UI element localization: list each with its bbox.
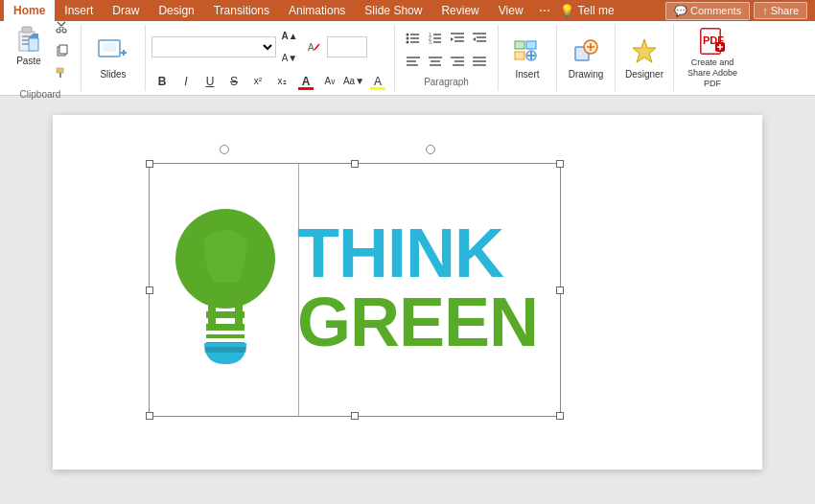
underline-button[interactable]: U — [199, 72, 221, 91]
decrease-indent-button[interactable] — [447, 28, 468, 49]
ribbon-right-actions: 💬 Comments ↑ Share — [665, 2, 815, 20]
insert-group: Insert — [499, 25, 557, 91]
decrease-font-button[interactable]: A▼ — [279, 48, 300, 69]
handle-top-center[interactable] — [351, 160, 359, 168]
comments-icon: 💬 — [674, 5, 687, 17]
svg-rect-7 — [59, 45, 67, 54]
svg-text:3.: 3. — [429, 39, 432, 45]
align-left-button[interactable] — [403, 51, 424, 72]
align-center-button[interactable] — [425, 51, 446, 72]
svg-rect-69 — [204, 331, 246, 334]
align-buttons-row — [403, 51, 490, 72]
create-share-group: PDF Create and Share Adobe PDF — [674, 25, 751, 91]
superscript-button[interactable]: x² — [247, 72, 268, 91]
svg-rect-48 — [515, 41, 524, 49]
char-spacing-button[interactable]: Av — [319, 72, 340, 91]
create-share-label: Create and Share Adobe PDF — [682, 57, 743, 88]
designer-button[interactable]: Designer — [623, 31, 665, 86]
tell-me-label[interactable]: Tell me — [578, 4, 615, 17]
font-name-select[interactable] — [151, 36, 276, 57]
logo-group: THINK GREEN — [163, 177, 538, 398]
handle-top-left[interactable] — [146, 160, 153, 168]
justify-button[interactable] — [469, 51, 490, 72]
insert-label: Insert — [515, 69, 539, 80]
change-case-button[interactable]: Aa▼ — [343, 72, 364, 91]
tab-review[interactable]: Review — [431, 0, 488, 21]
more-tabs-icon[interactable]: ⋯ — [539, 4, 550, 17]
cut-button[interactable] — [52, 17, 73, 38]
svg-text:A: A — [308, 42, 314, 53]
tab-transitions[interactable]: Transitions — [204, 0, 279, 21]
canvas-area: THINK GREEN — [0, 96, 815, 504]
strikethrough-button[interactable]: S — [223, 72, 244, 91]
svg-rect-50 — [515, 52, 524, 59]
list-buttons-row: 1.2.3. — [403, 28, 490, 49]
think-green-text: THINK GREEN — [297, 218, 538, 356]
svg-marker-35 — [473, 37, 476, 41]
drawing-group: Drawing — [557, 25, 616, 91]
insert-button[interactable]: Insert — [506, 31, 548, 86]
svg-rect-64 — [235, 283, 243, 331]
subscript-button[interactable]: x₂ — [271, 72, 292, 91]
paste-button[interactable]: Paste — [8, 17, 50, 73]
font-color-button[interactable]: A — [295, 72, 316, 91]
handle-bot-left[interactable] — [146, 412, 153, 420]
share-button[interactable]: ↑ Share — [754, 2, 807, 19]
new-slide-icon — [98, 36, 128, 67]
ribbon-tab-bar: Home Insert Draw Design Transitions Anim… — [0, 0, 815, 21]
tab-animations[interactable]: Animations — [279, 0, 355, 21]
bold-button[interactable]: B — [151, 72, 173, 91]
svg-rect-11 — [103, 43, 116, 52]
lightbulb-icon[interactable]: 💡 — [560, 4, 574, 17]
svg-rect-68 — [204, 347, 246, 353]
rotation-handle-left[interactable] — [220, 145, 229, 154]
tab-slideshow[interactable]: Slide Show — [355, 0, 431, 21]
tab-draw[interactable]: Draw — [103, 0, 149, 21]
svg-rect-63 — [208, 283, 216, 331]
svg-rect-65 — [206, 295, 244, 302]
align-right-button[interactable] — [447, 51, 468, 72]
comments-button[interactable]: 💬 Comments — [665, 2, 750, 20]
new-slide-button[interactable]: Slides — [89, 31, 137, 86]
designer-label: Designer — [625, 69, 664, 80]
copy-button[interactable] — [52, 39, 73, 60]
paragraph-group: 1.2.3. — [395, 25, 499, 91]
italic-button[interactable]: I — [175, 72, 197, 91]
insert-icon — [512, 36, 543, 67]
rotation-handle-right[interactable] — [426, 145, 435, 154]
svg-point-18 — [407, 37, 409, 40]
increase-font-button[interactable]: A▲ — [279, 26, 300, 47]
font-name-row: A▲ A▼ A 18 — [151, 26, 367, 69]
svg-rect-8 — [57, 68, 63, 73]
green-text: GREEN — [297, 287, 538, 356]
drawing-button[interactable]: Drawing — [565, 31, 607, 86]
svg-rect-1 — [22, 27, 32, 33]
numbered-list-button[interactable]: 1.2.3. — [425, 28, 446, 49]
lightbulb-image — [163, 177, 288, 398]
handle-mid-right[interactable] — [556, 286, 564, 294]
tab-design[interactable]: Design — [149, 0, 203, 21]
svg-rect-70 — [204, 338, 246, 342]
create-share-button[interactable]: PDF Create and Share Adobe PDF — [682, 31, 743, 86]
handle-bot-center[interactable] — [351, 412, 359, 420]
clear-format-button[interactable]: A — [303, 36, 324, 57]
adobe-icon: PDF — [697, 27, 728, 56]
font-format-row: B I U S x² x₂ A Av Aa▼ A — [151, 72, 388, 91]
clipboard-label: Clipboard — [20, 89, 61, 100]
font-size-input[interactable]: 18 — [327, 36, 367, 57]
slide[interactable]: THINK GREEN — [53, 115, 762, 470]
handle-mid-left[interactable] — [146, 286, 153, 294]
handle-bot-right[interactable] — [556, 412, 564, 420]
format-painter-button[interactable] — [52, 62, 73, 83]
ribbon-toolbar: Paste Clipboard — [0, 21, 815, 96]
highlight-button[interactable]: A — [367, 72, 388, 91]
paragraph-label: Paragraph — [424, 77, 469, 87]
handle-top-right[interactable] — [556, 160, 564, 168]
tab-view[interactable]: View — [489, 0, 533, 21]
svg-line-15 — [314, 44, 319, 50]
bullet-list-button[interactable] — [403, 28, 424, 49]
svg-rect-66 — [206, 311, 244, 318]
font-group: A▲ A▼ A 18 B I U S x² x₂ A Av Aa▼ A — [146, 25, 395, 91]
paste-icon — [13, 23, 44, 54]
increase-indent-button[interactable] — [469, 28, 490, 49]
